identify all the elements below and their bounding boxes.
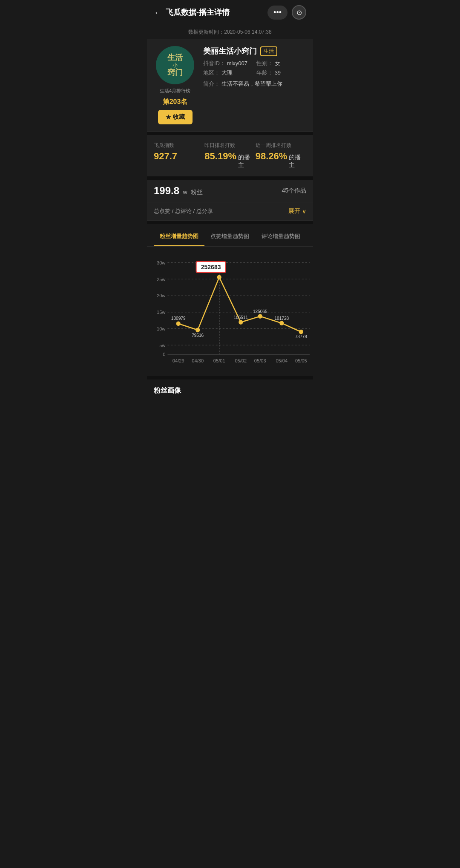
age-value: 39 — [275, 69, 281, 76]
bio-value: 生活不容易，希望帮上你 — [221, 80, 282, 87]
svg-text:15w: 15w — [157, 310, 166, 315]
header: ← 飞瓜数据-播主详情 ••• ⊙ — [147, 0, 313, 25]
divider-1 — [147, 132, 313, 135]
douyin-id-item: 抖音ID： mlxy007 — [203, 60, 253, 67]
feigua-value: 927.7 — [154, 151, 204, 162]
age-item: 年龄： 39 — [256, 69, 306, 77]
line-chart: 30w 25w 20w 15w 10w 5w 0 100979 79516 10… — [150, 253, 310, 373]
svg-text:5w: 5w — [159, 342, 166, 348]
update-time: 数据更新时间：2020-05-06 14:07:38 — [147, 25, 313, 39]
chevron-down-icon: ∨ — [302, 208, 306, 215]
star-icon: ★ — [166, 114, 171, 121]
feigua-stat: 飞瓜指数 927.7 — [154, 142, 204, 169]
douyin-id-value: mlxy007 — [227, 60, 247, 66]
fans-row: 199.8 w 粉丝 45个作品 — [147, 180, 313, 202]
yesterday-value: 85.19% — [204, 151, 236, 162]
header-left: ← 飞瓜数据-播主详情 — [154, 7, 230, 17]
avatar-text-line2: 小 — [167, 63, 183, 68]
expand-label: 总点赞 / 总评论 / 总分享 — [154, 207, 213, 215]
favorite-button[interactable]: ★ 收藏 — [158, 110, 193, 124]
svg-text:73778: 73778 — [295, 334, 307, 339]
data-point-4 — [258, 314, 262, 319]
svg-text:05/02: 05/02 — [235, 358, 247, 363]
region-label: 地区： — [203, 69, 220, 76]
region-value: 大理 — [221, 69, 233, 76]
works-count: 45个作品 — [282, 187, 306, 195]
svg-text:100979: 100979 — [171, 316, 186, 321]
svg-text:05/03: 05/03 — [254, 358, 266, 363]
back-icon[interactable]: ← — [154, 8, 162, 17]
profile-info: 美丽生活小窍门 生活 抖音ID： mlxy007 性别： 女 地区： 大理 年龄… — [203, 46, 306, 124]
favorite-label: 收藏 — [173, 113, 185, 121]
avatar-text-line3: 窍门 — [167, 68, 183, 78]
week-value: 98.26% — [256, 151, 288, 162]
svg-text:05/05: 05/05 — [295, 358, 307, 363]
fans-count-group: 199.8 w 粉丝 — [154, 185, 203, 197]
page-title: 飞瓜数据-播主详情 — [166, 7, 230, 17]
data-point-6 — [299, 330, 303, 334]
record-button[interactable]: ⊙ — [292, 5, 306, 20]
stats-row: 飞瓜指数 927.7 昨日排名打败 85.19% 的播主 近一周排名打败 98.… — [147, 135, 313, 176]
avatar-column: 生活 小 窍门 生活4月排行榜 第203名 ★ 收藏 — [154, 46, 196, 124]
header-right: ••• ⊙ — [267, 5, 306, 20]
svg-text:30w: 30w — [157, 260, 166, 265]
gender-value: 女 — [275, 60, 280, 66]
profile-name: 美丽生活小窍门 — [203, 46, 257, 56]
chart-tooltip: 252683 — [196, 261, 226, 273]
profile-name-row: 美丽生活小窍门 生活 — [203, 46, 306, 56]
chart-area: 252683 30w 25w 20w 15w 10w 5w 0 — [147, 247, 313, 376]
svg-text:04/29: 04/29 — [172, 358, 184, 363]
expand-button[interactable]: 展开 ∨ — [288, 207, 306, 215]
fans-count: 199.8 — [154, 185, 179, 196]
svg-text:05/04: 05/04 — [276, 358, 288, 363]
svg-text:04/30: 04/30 — [192, 358, 204, 363]
feigua-label: 飞瓜指数 — [154, 142, 204, 149]
fans-portrait-section: 粉丝画像 — [147, 379, 313, 402]
avatar-text-line1: 生活 — [167, 53, 183, 63]
profile-meta: 抖音ID： mlxy007 性别： 女 地区： 大理 年龄： 39 — [203, 60, 306, 77]
tab-fans-trend[interactable]: 粉丝增量趋势图 — [154, 227, 204, 246]
data-point-5 — [279, 321, 284, 325]
svg-text:105511: 105511 — [233, 315, 248, 320]
profile-bio: 简介： 生活不容易，希望帮上你 — [203, 80, 306, 88]
tab-likes-trend[interactable]: 点赞增量趋势图 — [204, 227, 255, 246]
divider-4 — [147, 376, 313, 379]
tab-comments-trend[interactable]: 评论增量趋势图 — [256, 227, 306, 246]
yesterday-label: 昨日排名打败 — [204, 142, 255, 149]
svg-text:20w: 20w — [157, 293, 166, 298]
fans-portrait-title: 粉丝画像 — [154, 386, 306, 395]
svg-text:79516: 79516 — [192, 333, 204, 338]
week-suffix: 的播主 — [289, 154, 306, 169]
svg-text:125065: 125065 — [253, 309, 267, 314]
region-item: 地区： 大理 — [203, 69, 253, 77]
fans-unit: w — [183, 189, 187, 195]
chart-tabs: 粉丝增量趋势图 点赞增量趋势图 评论增量趋势图 — [147, 227, 313, 247]
svg-text:25w: 25w — [157, 276, 166, 282]
week-stat: 近一周排名打败 98.26% 的播主 — [256, 142, 306, 169]
svg-text:0: 0 — [163, 352, 165, 357]
avatar: 生活 小 窍门 — [156, 46, 194, 84]
expand-row: 总点赞 / 总评论 / 总分享 展开 ∨ — [147, 202, 313, 221]
profile-tag: 生活 — [260, 46, 277, 56]
yesterday-stat: 昨日排名打败 85.19% 的播主 — [204, 142, 255, 169]
rank-value: 第203名 — [163, 98, 188, 106]
profile-section: 生活 小 窍门 生活4月排行榜 第203名 ★ 收藏 美丽生活小窍门 生活 抖音… — [147, 39, 313, 132]
bio-label: 简介： — [203, 80, 220, 87]
svg-text:05/01: 05/01 — [213, 358, 225, 363]
week-label: 近一周排名打败 — [256, 142, 306, 149]
data-point-1 — [196, 328, 200, 332]
yesterday-suffix: 的播主 — [238, 154, 256, 169]
record-icon: ⊙ — [296, 9, 302, 17]
divider-3 — [147, 221, 313, 224]
age-label: 年龄： — [256, 69, 273, 76]
douyin-id-label: 抖音ID： — [203, 60, 225, 66]
gender-label: 性别： — [256, 60, 273, 66]
chart-container: 252683 30w 25w 20w 15w 10w 5w 0 — [150, 253, 310, 373]
gender-item: 性别： 女 — [256, 60, 306, 67]
svg-text:101728: 101728 — [274, 316, 289, 321]
more-button[interactable]: ••• — [267, 6, 288, 20]
fans-label: 粉丝 — [191, 189, 203, 195]
expand-btn-label: 展开 — [288, 207, 300, 215]
divider-2 — [147, 176, 313, 180]
svg-text:10w: 10w — [157, 326, 166, 331]
